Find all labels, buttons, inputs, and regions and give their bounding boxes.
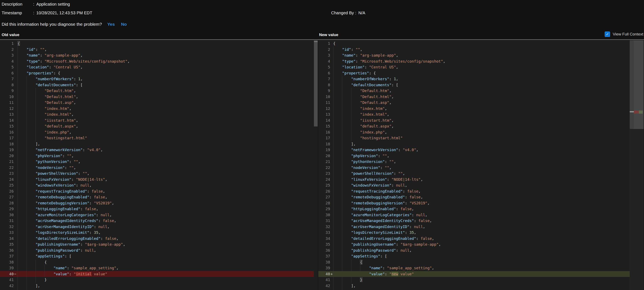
timestamp-label: Timestamp — [2, 11, 32, 15]
code-line: 8 "defaultDocuments": [ — [0, 82, 314, 88]
code-line: 13 "index.html", — [318, 111, 630, 117]
code-line: 26 "requestTracingEnabled": false, — [318, 188, 630, 194]
old-pane-scrollbar[interactable] — [314, 40, 318, 290]
line-number: 4 — [318, 58, 330, 64]
timestamp-colon: : — [33, 11, 34, 15]
code-text: "phpVersion": "", — [333, 154, 389, 158]
code-text: { — [333, 41, 336, 46]
code-text: } — [18, 277, 47, 282]
code-text: "linuxFxVersion": "NODE|14-lts", — [333, 177, 423, 182]
code-line: 17 "hostingstart.html" — [0, 135, 314, 141]
line-number: 34 — [318, 236, 330, 242]
old-scrollbar-slider[interactable] — [314, 41, 318, 126]
line-number: 7 — [0, 76, 14, 82]
code-line: 43 "metadata": [ — [0, 289, 314, 290]
new-pane-scrollbar[interactable] — [630, 40, 644, 290]
code-text: "name": "sample_app_setting", — [18, 266, 118, 270]
code-line: 6 "properties": { — [318, 70, 630, 76]
code-line: 4 "type": "Microsoft.Web/sites/config/sn… — [318, 58, 630, 64]
line-number: 15 — [318, 123, 330, 129]
code-text: "publishingUsername": "$arg-sample-app", — [333, 242, 441, 246]
line-number: 24 — [0, 177, 14, 183]
code-text: "nodeVersion": "", — [18, 166, 76, 170]
checkbox-box[interactable]: ✓ — [605, 32, 610, 37]
diff-sign: + — [330, 271, 333, 277]
code-line: 16 "index.php", — [318, 129, 630, 135]
old-value-title: Old value — [2, 33, 20, 37]
code-line: 38 { — [0, 259, 314, 265]
code-line: 16 "index.php", — [0, 129, 314, 135]
code-line: 18 ], — [0, 141, 314, 147]
code-text: "httpLoggingEnabled": false, — [333, 207, 414, 211]
line-number: 40 — [0, 271, 14, 277]
code-text: "acrUserManagedIdentityID": null, — [333, 224, 425, 229]
line-number: 18 — [318, 141, 330, 147]
ruler-added-marker — [639, 110, 643, 114]
code-line: 11 "Default.asp", — [0, 100, 314, 106]
code-line: 36 "publishingPassword": null, — [318, 247, 630, 253]
code-line: 13 "index.html", — [0, 111, 314, 117]
code-text: "powerShellVersion": "", — [333, 171, 405, 176]
code-text: "requestTracingEnabled": false, — [333, 189, 421, 193]
code-text: "index.html", — [333, 112, 389, 116]
new-scrollbar-slider[interactable] — [630, 40, 634, 129]
code-line: 8 "defaultDocuments": [ — [318, 82, 630, 88]
line-number: 21 — [318, 159, 330, 165]
line-number: 3 — [0, 52, 14, 58]
code-line: 19 "netFrameworkVersion": "v4.0", — [0, 147, 314, 153]
code-text: { — [18, 41, 20, 46]
code-text: "Default.asp", — [333, 100, 392, 105]
code-line: 22 "nodeVersion": "", — [318, 165, 630, 171]
code-text: "appSettings": [ — [18, 254, 72, 258]
line-number: 9 — [0, 88, 14, 94]
yes-button[interactable]: Yes — [107, 22, 115, 27]
code-text: "requestTracingEnabled": false, — [18, 189, 105, 193]
code-line: 39 "name": "sample_app_setting", — [0, 265, 314, 271]
code-line: 34 "detailedErrorLoggingEnabled": false, — [0, 236, 314, 242]
line-number: 30 — [318, 212, 330, 218]
code-text: "index.php", — [333, 130, 387, 134]
code-line: 32 "acrUserManagedIdentityID": null, — [0, 224, 314, 230]
code-text: "name": "arg-sample-app", — [333, 53, 398, 57]
code-text: { — [333, 260, 362, 264]
overview-ruler[interactable] — [634, 40, 644, 129]
code-line: 27 "remoteDebuggingEnabled": false, — [318, 194, 630, 200]
line-number: 23 — [0, 171, 14, 177]
code-text: "remoteDebuggingVersion": "VS2019", — [18, 201, 114, 205]
code-text: "acrUseManagedIdentityCreds": false, — [18, 218, 116, 223]
code-text: "windowsFxVersion": null, — [18, 183, 92, 187]
code-line: 14 "iisstart.htm", — [318, 117, 630, 123]
code-line: 27 "remoteDebuggingEnabled": false, — [0, 194, 314, 200]
code-text: "httpLoggingEnabled": false, — [18, 207, 98, 211]
line-number: 5 — [0, 64, 14, 70]
code-line: 12 "index.htm", — [0, 106, 314, 112]
view-full-context-checkbox[interactable]: ✓ View Full Context — [605, 32, 644, 37]
code-text: "logsDirectorySizeLimit": 35, — [333, 230, 416, 235]
no-button[interactable]: No — [121, 22, 127, 27]
code-text: "type": "Microsoft.Web/sites/config/snap… — [18, 59, 130, 63]
code-text: "hostingstart.html" — [18, 136, 87, 140]
code-line: 15 "default.aspx", — [318, 123, 630, 129]
code-text: "remoteDebuggingVersion": "VS2019", — [333, 201, 430, 205]
line-number: 27 — [318, 194, 330, 200]
line-number: 16 — [0, 129, 14, 135]
code-line: 24 "linuxFxVersion": "NODE|14-lts", — [0, 177, 314, 183]
line-number: 1 — [318, 41, 330, 47]
code-text: "location": "Central US", — [333, 65, 398, 69]
line-number: 43 — [318, 289, 330, 290]
code-line: 2 "id": "", — [0, 47, 314, 53]
line-number: 35 — [318, 241, 330, 247]
code-text: "name": "arg-sample-app", — [18, 53, 82, 57]
code-text: "numberOfWorkers": 1, — [18, 77, 82, 81]
line-number: 14 — [0, 117, 14, 123]
code-line: 19 "netFrameworkVersion": "v4.0", — [318, 147, 630, 153]
old-code-editor[interactable]: 1{2 "id": "",3 "name": "arg-sample-app",… — [0, 41, 314, 290]
code-line: 32 "acrUserManagedIdentityID": null, — [318, 224, 630, 230]
code-text: "location": "Central US", — [18, 65, 82, 69]
code-line: 23 "powerShellVersion": "", — [0, 171, 314, 177]
line-number: 21 — [0, 159, 14, 165]
code-text: ], — [333, 142, 356, 146]
new-code-editor[interactable]: 1{2 "id": "",3 "name": "arg-sample-app",… — [318, 41, 630, 290]
line-number: 17 — [0, 135, 14, 141]
code-line: 28 "remoteDebuggingVersion": "VS2019", — [0, 200, 314, 206]
